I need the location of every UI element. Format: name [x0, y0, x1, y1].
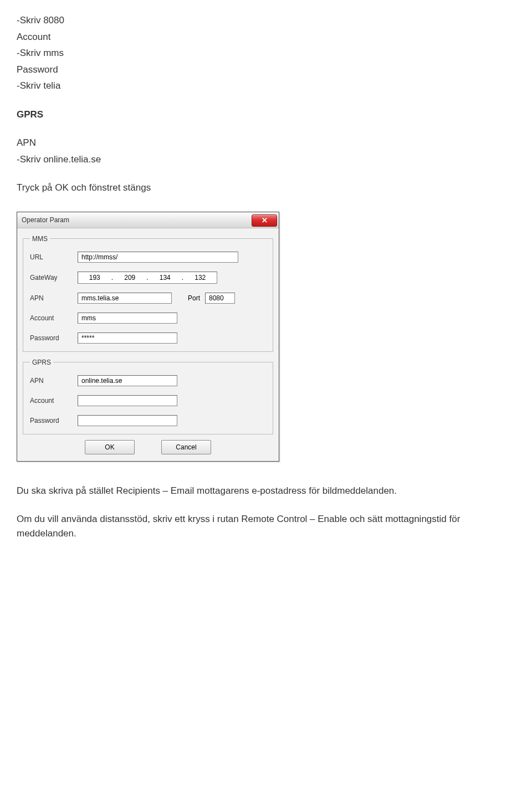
operator-param-dialog: Operator Param ✕ MMS URL GateWay 193 . 2…	[17, 212, 279, 462]
mms-port-input[interactable]	[205, 293, 235, 304]
gprs-password-label: Password	[30, 416, 78, 426]
mms-account-label: Account	[30, 313, 78, 323]
gprs-group: GPRS APN Account Password	[23, 357, 273, 434]
doc-line: Tryck på OK och fönstret stängs	[17, 181, 515, 195]
mms-password-label: Password	[30, 333, 78, 343]
doc-line: -Skriv 8080	[17, 13, 515, 28]
mms-password-input[interactable]	[78, 332, 177, 344]
doc-line: -Skriv mms	[17, 46, 515, 60]
doc-line: Password	[17, 63, 515, 77]
mms-apn-label: APN	[30, 293, 78, 303]
doc-line: -Skriv online.telia.se	[17, 152, 515, 167]
mms-url-input[interactable]	[78, 252, 238, 263]
gprs-apn-input[interactable]	[78, 375, 177, 386]
mms-account-input[interactable]	[78, 313, 177, 324]
ip-octet-1: 193	[78, 273, 111, 283]
gprs-password-input[interactable]	[78, 415, 177, 426]
ip-octet-3: 134	[149, 273, 182, 283]
cancel-button[interactable]: Cancel	[161, 440, 211, 454]
mms-gateway-label: GateWay	[30, 273, 78, 283]
ip-octet-4: 132	[184, 273, 217, 283]
dialog-titlebar: Operator Param ✕	[17, 212, 279, 228]
dialog-body: MMS URL GateWay 193 . 209 . 134 . 132 AP…	[17, 228, 279, 461]
ok-button[interactable]: OK	[85, 440, 135, 454]
gprs-heading: GPRS	[17, 108, 515, 122]
gprs-apn-label: APN	[30, 376, 78, 386]
gprs-account-label: Account	[30, 396, 78, 406]
mms-url-label: URL	[30, 252, 78, 262]
doc-line: APN	[17, 136, 515, 150]
gprs-account-input[interactable]	[78, 395, 177, 406]
close-icon: ✕	[262, 215, 268, 226]
mms-apn-input[interactable]	[78, 293, 172, 304]
mms-group: MMS URL GateWay 193 . 209 . 134 . 132 AP…	[23, 234, 273, 352]
doc-line: Account	[17, 30, 515, 44]
gprs-legend: GPRS	[30, 357, 53, 367]
doc-line: -Skriv telia	[17, 79, 515, 93]
doc-paragraph: Om du vill använda distansstöd, skriv et…	[17, 512, 515, 540]
ip-octet-2: 209	[114, 273, 147, 283]
mms-port-label: Port	[183, 293, 205, 303]
mms-gateway-input[interactable]: 193 . 209 . 134 . 132	[78, 272, 217, 284]
mms-legend: MMS	[30, 234, 50, 244]
close-button[interactable]: ✕	[252, 214, 277, 227]
doc-paragraph: Du ska skriva på stället Recipients – Em…	[17, 484, 515, 498]
dialog-title: Operator Param	[22, 215, 69, 225]
